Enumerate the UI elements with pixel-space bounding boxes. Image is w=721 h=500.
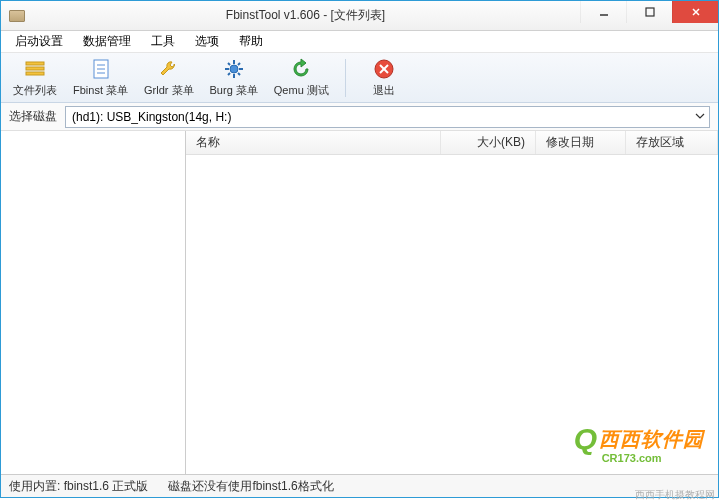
grldr-menu-label: Grldr 菜单 xyxy=(144,83,194,98)
close-icon xyxy=(691,7,701,17)
svg-rect-1 xyxy=(646,8,654,16)
column-size[interactable]: 大小(KB) xyxy=(441,131,536,154)
chevron-down-icon xyxy=(695,110,705,124)
watermark-extra: 西西手机摄教程网 xyxy=(635,488,715,500)
file-list-label: 文件列表 xyxy=(13,83,57,98)
status-kernel: 使用内置: fbinst1.6 正式版 xyxy=(9,478,148,495)
exit-button[interactable]: 退出 xyxy=(356,55,412,100)
menu-help[interactable]: 帮助 xyxy=(229,31,273,52)
toolbar: 文件列表 Fbinst 菜单 Grldr 菜单 Burg 菜单 Qemu 测试 xyxy=(1,53,718,103)
statusbar: 使用内置: fbinst1.6 正式版 磁盘还没有使用fbinst1.6格式化 xyxy=(1,475,718,497)
wrench-icon xyxy=(157,57,181,81)
svg-point-11 xyxy=(230,65,238,73)
app-icon xyxy=(9,10,25,22)
svg-rect-6 xyxy=(26,72,44,75)
app-window: FbinstTool v1.606 - [文件列表] 启动设置 数据管理 工具 … xyxy=(0,0,719,498)
column-date[interactable]: 修改日期 xyxy=(536,131,626,154)
fbinst-menu-button[interactable]: Fbinst 菜单 xyxy=(67,55,134,100)
watermark-brand: 西西软件园 xyxy=(599,426,704,453)
disk-select-label: 选择磁盘 xyxy=(9,108,57,125)
svg-line-17 xyxy=(238,73,240,75)
close-button[interactable] xyxy=(672,1,718,23)
document-icon xyxy=(89,57,113,81)
disk-select-row: 选择磁盘 (hd1): USB_Kingston(14g, H:) xyxy=(1,103,718,131)
menu-startup[interactable]: 启动设置 xyxy=(5,31,73,52)
minimize-icon xyxy=(599,7,609,17)
exit-label: 退出 xyxy=(373,83,395,98)
list-pane: 名称 大小(KB) 修改日期 存放区域 Q 西西软件园 CR173.com xyxy=(186,131,718,474)
list-body[interactable]: Q 西西软件园 CR173.com xyxy=(186,155,718,474)
menubar: 启动设置 数据管理 工具 选项 帮助 xyxy=(1,31,718,53)
tree-pane[interactable] xyxy=(1,131,186,474)
column-name[interactable]: 名称 xyxy=(186,131,441,154)
svg-line-16 xyxy=(228,63,230,65)
watermark-logo-icon: Q xyxy=(574,422,597,456)
refresh-icon xyxy=(289,57,313,81)
list-header: 名称 大小(KB) 修改日期 存放区域 xyxy=(186,131,718,155)
svg-line-18 xyxy=(228,73,230,75)
titlebar: FbinstTool v1.606 - [文件列表] xyxy=(1,1,718,31)
burg-menu-label: Burg 菜单 xyxy=(210,83,258,98)
file-list-icon xyxy=(23,57,47,81)
column-area[interactable]: 存放区域 xyxy=(626,131,718,154)
qemu-test-button[interactable]: Qemu 测试 xyxy=(268,55,335,100)
fbinst-menu-label: Fbinst 菜单 xyxy=(73,83,128,98)
svg-rect-4 xyxy=(26,62,44,65)
file-list-button[interactable]: 文件列表 xyxy=(7,55,63,100)
maximize-button[interactable] xyxy=(626,1,672,23)
exit-icon xyxy=(372,57,396,81)
minimize-button[interactable] xyxy=(580,1,626,23)
qemu-test-label: Qemu 测试 xyxy=(274,83,329,98)
content-area: 名称 大小(KB) 修改日期 存放区域 Q 西西软件园 CR173.com xyxy=(1,131,718,475)
burg-menu-button[interactable]: Burg 菜单 xyxy=(204,55,264,100)
watermark: Q 西西软件园 CR173.com xyxy=(574,422,704,464)
window-title: FbinstTool v1.606 - [文件列表] xyxy=(31,7,580,24)
svg-rect-5 xyxy=(26,67,44,70)
maximize-icon xyxy=(645,7,655,17)
watermark-url: CR173.com xyxy=(602,452,662,464)
toolbar-separator xyxy=(345,59,346,97)
menu-tools[interactable]: 工具 xyxy=(141,31,185,52)
gear-icon xyxy=(222,57,246,81)
disk-select-value: (hd1): USB_Kingston(14g, H:) xyxy=(72,110,231,124)
window-controls xyxy=(580,1,718,30)
menu-options[interactable]: 选项 xyxy=(185,31,229,52)
grldr-menu-button[interactable]: Grldr 菜单 xyxy=(138,55,200,100)
svg-line-19 xyxy=(238,63,240,65)
disk-select-combo[interactable]: (hd1): USB_Kingston(14g, H:) xyxy=(65,106,710,128)
status-disk: 磁盘还没有使用fbinst1.6格式化 xyxy=(168,478,333,495)
menu-data[interactable]: 数据管理 xyxy=(73,31,141,52)
